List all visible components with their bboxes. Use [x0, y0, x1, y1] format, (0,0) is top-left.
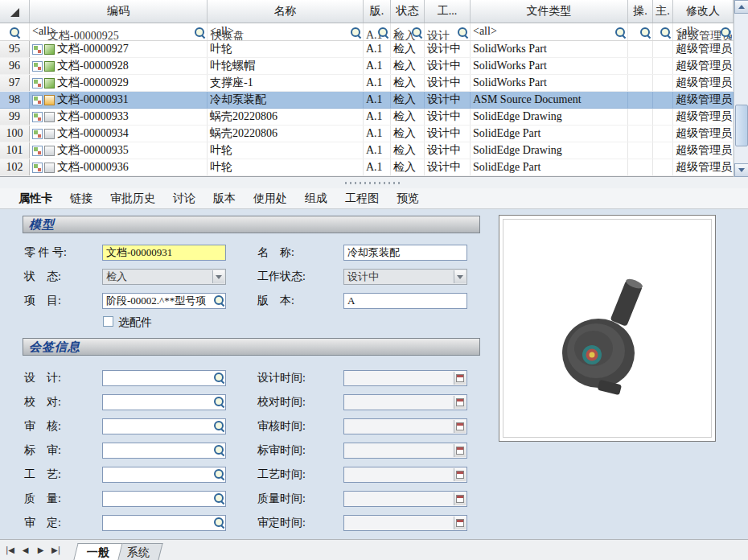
table-row[interactable]: 99 文档-00000933 蜗壳20220806 A.1 检入 设计中 Sol… — [0, 109, 734, 126]
filter-value[interactable]: <all> — [676, 25, 700, 38]
col-header-workstate[interactable]: 工... — [425, 0, 471, 23]
last-page-button[interactable]: ▶| — [49, 543, 63, 558]
search-icon[interactable] — [458, 27, 468, 38]
col-header-status[interactable]: 状态 — [391, 0, 425, 23]
quality-field[interactable] — [102, 491, 226, 507]
search-icon[interactable] — [214, 421, 224, 431]
prev-page-button[interactable]: ◀ — [18, 543, 32, 558]
search-icon[interactable] — [214, 469, 224, 480]
col-header-filetype[interactable]: 文件类型 — [471, 0, 628, 23]
calendar-button[interactable] — [454, 492, 466, 505]
filter-cell-modifier[interactable]: 超级管理员 <all> — [673, 23, 734, 41]
model-preview-viewport[interactable] — [503, 219, 712, 438]
design-time-field[interactable] — [343, 370, 467, 386]
search-icon[interactable] — [721, 27, 731, 38]
project-field[interactable]: 阶段-00002.^**型号项 — [102, 293, 226, 309]
proofread-time-field[interactable] — [343, 394, 467, 410]
calendar-button[interactable] — [454, 420, 466, 433]
search-icon[interactable] — [351, 27, 361, 38]
proofread-field[interactable] — [102, 394, 226, 410]
table-row[interactable]: 100 文档-00000934 蜗壳20220806 A.1 检入 设计中 So… — [0, 126, 734, 142]
tab-version[interactable]: 版本 — [204, 189, 245, 208]
filter-cell-op[interactable] — [628, 23, 653, 41]
col-header-code[interactable]: 编码 — [30, 0, 208, 23]
col-header-name[interactable]: 名称 — [208, 0, 364, 23]
filter-cell-name[interactable]: 快换盘 <all> — [208, 23, 364, 41]
process-field[interactable] — [102, 467, 226, 483]
table-row[interactable]: 101 文档-00000935 叶轮 A.1 检入 设计中 SolidEdge … — [0, 142, 734, 159]
col-header-op[interactable]: 操. — [628, 0, 653, 23]
filter-cell-version[interactable]: A.1 — [364, 23, 391, 41]
filter-value[interactable]: <all> — [473, 25, 497, 38]
search-icon[interactable] — [10, 27, 20, 38]
search-icon[interactable] — [214, 445, 224, 455]
search-icon[interactable] — [214, 493, 224, 504]
search-icon[interactable] — [660, 27, 671, 38]
tab-links[interactable]: 链接 — [61, 189, 101, 208]
std-review-time-field[interactable] — [343, 443, 467, 459]
first-page-button[interactable]: |◀ — [3, 543, 17, 558]
filter-value[interactable]: <. — [393, 25, 402, 38]
std-review-field[interactable] — [102, 443, 226, 459]
filter-cell-workstate[interactable]: 设计 — [425, 23, 471, 41]
tab-where-used[interactable]: 使用处 — [245, 189, 296, 208]
calendar-button[interactable] — [454, 468, 466, 481]
search-icon[interactable] — [378, 27, 388, 38]
table-row[interactable]: 95 文档-00000927 叶轮 A.1 检入 设计中 SolidWorks … — [0, 41, 734, 58]
tab-approval-history[interactable]: 审批历史 — [101, 189, 164, 208]
calendar-button[interactable] — [454, 396, 466, 409]
search-icon[interactable] — [214, 397, 224, 407]
designer-field[interactable] — [102, 370, 226, 386]
name-field[interactable]: 冷却泵装配 — [343, 245, 467, 261]
status-dropdown[interactable]: 检入 — [102, 269, 226, 285]
filter-cell-code[interactable]: 文档-00000925 <all> — [30, 23, 208, 41]
filter-value[interactable]: <all> — [32, 25, 56, 38]
search-icon[interactable] — [214, 517, 224, 528]
search-icon[interactable] — [195, 27, 205, 38]
filter-cell-status[interactable]: 检入 <. — [391, 23, 425, 41]
tab-drawing[interactable]: 工程图 — [336, 189, 388, 208]
process-time-field[interactable] — [343, 467, 467, 483]
workstate-dropdown[interactable]: 设计中 — [343, 269, 467, 285]
table-row[interactable]: 102 文档-00000936 叶轮 A.1 检入 设计中 SolidEdge … — [0, 159, 734, 176]
col-header-main[interactable]: 主. — [653, 0, 673, 23]
optional-part-checkbox[interactable] — [103, 316, 113, 327]
quality-time-field[interactable] — [343, 491, 467, 507]
part-no-field[interactable]: 文档-00000931 — [102, 245, 226, 261]
review-time-field[interactable] — [343, 418, 467, 434]
approve-field[interactable] — [102, 515, 226, 531]
next-page-button[interactable]: ▶ — [34, 543, 47, 558]
approve-time-field[interactable] — [343, 515, 467, 531]
table-row-selected[interactable]: 98 文档-00000931 冷却泵装配 A.1 检入 设计中 ASM Sour… — [0, 92, 734, 109]
table-row[interactable]: 97 文档-00000929 支撑座-1 A.1 检入 设计中 SolidWor… — [0, 75, 734, 92]
version-field[interactable]: A — [343, 293, 467, 309]
filter-value[interactable]: <all> — [210, 25, 234, 38]
search-icon[interactable] — [214, 295, 224, 306]
filter-cell-main[interactable] — [653, 23, 673, 41]
search-icon[interactable] — [615, 27, 626, 38]
search-icon[interactable] — [412, 27, 422, 38]
scroll-down-button[interactable] — [734, 163, 748, 177]
col-header-modifier[interactable]: 修改人 — [673, 0, 734, 23]
calendar-button[interactable] — [454, 444, 466, 457]
horizontal-splitter[interactable] — [0, 177, 748, 188]
grid-vertical-scrollbar[interactable] — [734, 0, 748, 177]
grid-corner-cell[interactable] — [0, 0, 30, 23]
filter-cell-rownum[interactable] — [0, 23, 30, 41]
col-header-version[interactable]: 版. — [364, 0, 391, 23]
tab-general[interactable]: 一般 — [73, 543, 122, 560]
table-row[interactable]: 96 文档-00000928 叶轮螺帽 A.1 检入 设计中 SolidWork… — [0, 58, 734, 75]
dropdown-button[interactable] — [212, 270, 224, 283]
tab-preview[interactable]: 预览 — [388, 189, 428, 208]
tab-composition[interactable]: 组成 — [296, 189, 336, 208]
calendar-button[interactable] — [454, 517, 466, 529]
filter-cell-filetype[interactable]: <all> — [471, 23, 628, 41]
dropdown-button[interactable] — [454, 270, 466, 283]
search-icon[interactable] — [640, 27, 651, 38]
calendar-button[interactable] — [454, 372, 466, 385]
search-icon[interactable] — [214, 373, 224, 383]
review-field[interactable] — [102, 418, 226, 434]
scroll-up-button[interactable] — [734, 0, 748, 14]
tab-discussion[interactable]: 讨论 — [164, 189, 204, 208]
scrollbar-thumb[interactable] — [735, 105, 748, 146]
